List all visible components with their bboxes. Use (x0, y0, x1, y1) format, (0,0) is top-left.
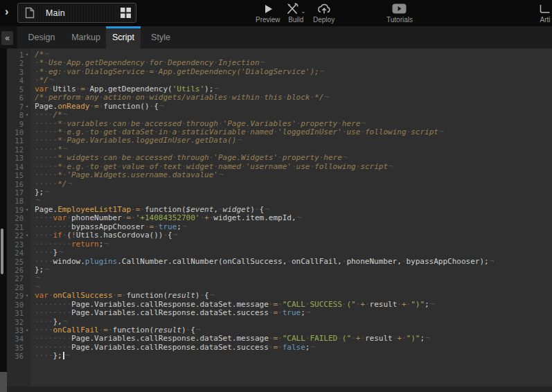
line-number: 1 (7, 51, 24, 59)
fold-toggle-icon (24, 318, 30, 326)
gutter-cell: 36 (7, 352, 30, 360)
fold-toggle-icon (24, 335, 30, 343)
code-lines: 1▾/*¬2·*·Use·App.getDependency·for·Depen… (7, 51, 552, 361)
gutter-cell: 14 (7, 163, 30, 171)
artifacts-button[interactable]: Arti (540, 2, 551, 24)
gutter-cell: 4 (7, 76, 30, 84)
code-line-text: ········Page.Variables.callResponse.data… (30, 309, 310, 317)
gutter-cell: 13 (7, 154, 30, 162)
code-line: 25····window.plugins.CallNumber.callNumb… (7, 258, 552, 266)
gutter-cell: 28 (7, 283, 30, 292)
tutorials-button[interactable]: Tutorials (386, 2, 413, 24)
horizontal-scrollbar-track (7, 386, 552, 392)
fold-toggle-icon[interactable]: ▾ (24, 206, 30, 214)
tab-list: Design Markup Script Style (17, 26, 181, 48)
fold-toggle-icon[interactable]: ▾ (24, 103, 30, 111)
gutter-cell: 34 (7, 335, 30, 343)
fold-toggle-icon[interactable]: ▾ (24, 326, 30, 335)
gutter-cell: 11 (7, 136, 30, 145)
gutter-cell: 20 (7, 214, 30, 222)
fold-toggle-icon (24, 76, 30, 84)
build-dropdown-chevron-icon[interactable]: ⌄ (301, 8, 306, 15)
left-panel-bottom-handle[interactable] (0, 372, 7, 392)
preview-button[interactable]: Preview (256, 2, 281, 24)
fold-toggle-icon[interactable]: ▾ (24, 111, 30, 119)
line-number: 13 (7, 154, 24, 162)
gutter-cell: 18 (7, 197, 30, 205)
line-number: 32 (7, 318, 24, 326)
gutter-cell: 29▾ (7, 292, 30, 300)
fold-toggle-icon[interactable]: ▾ (24, 292, 30, 300)
fold-toggle-icon (24, 120, 30, 128)
fold-toggle-icon (24, 68, 30, 76)
gutter-cell: 12 (7, 145, 30, 154)
tutorials-video-icon (392, 2, 407, 15)
line-number: 33 (7, 326, 24, 335)
line-number: 22 (7, 231, 24, 240)
gutter-cell: 19▾ (7, 206, 30, 214)
line-number: 20 (7, 214, 24, 222)
current-page-name: Main (42, 8, 115, 18)
code-line-text: ·*·eg:·var·DialogService·=·App.getDepend… (30, 68, 324, 76)
deploy-cloud-upload-icon (317, 2, 332, 15)
gutter-cell: 27 (7, 274, 30, 283)
line-number: 12 (7, 145, 24, 154)
fold-toggle-icon (24, 145, 30, 154)
left-panel-scrollbar-thumb[interactable] (1, 229, 3, 274)
line-number: 28 (7, 283, 24, 292)
code-line-text: ·····*·Page.Variables.loggedInUser.getDa… (30, 136, 242, 145)
app-window: › Main Preview (0, 0, 552, 392)
gutter-cell: 21 (7, 223, 30, 231)
code-line: 31········Page.Variables.callResponse.da… (7, 309, 552, 317)
tab-markup[interactable]: Markup (66, 26, 106, 48)
fold-toggle-icon (24, 274, 30, 283)
line-number: 2 (7, 59, 24, 67)
deploy-button[interactable]: Deploy (313, 2, 335, 24)
line-number: 23 (7, 240, 24, 249)
line-number: 15 (7, 171, 24, 179)
fold-toggle-icon (24, 240, 30, 249)
script-code-editor[interactable]: 1▾/*¬2·*·Use·App.getDependency·for·Depen… (7, 48, 552, 392)
artifacts-box-icon (540, 2, 551, 15)
fold-toggle-icon[interactable]: ▾ (24, 51, 30, 59)
fold-toggle-icon (24, 154, 30, 162)
code-line: 17};¬ (7, 188, 552, 197)
preview-play-icon (262, 2, 274, 15)
fold-toggle-icon (24, 344, 30, 352)
code-line: 3·*·eg:·var·DialogService·=·App.getDepen… (7, 68, 552, 76)
line-number: 27 (7, 274, 24, 283)
gutter-cell: 35 (7, 344, 30, 352)
fold-toggle-icon[interactable]: ▾ (24, 231, 30, 240)
line-number: 18 (7, 197, 24, 205)
page-selector[interactable]: Main (17, 3, 136, 23)
code-line: 11·····*·Page.Variables.loggedInUser.get… (7, 136, 552, 145)
tab-script[interactable]: Script (106, 26, 141, 48)
code-line-text: ¬ (30, 274, 40, 283)
pages-grid-icon[interactable] (115, 8, 136, 18)
line-number: 5 (7, 85, 24, 93)
line-number: 6 (7, 93, 24, 102)
line-number: 17 (7, 188, 24, 197)
fold-toggle-icon (24, 171, 30, 179)
build-button[interactable]: ⌄ Build (286, 2, 306, 24)
collapse-panel-button[interactable]: « (1, 31, 13, 45)
expand-sidebar-chevron-icon[interactable]: › (5, 6, 8, 18)
tab-design[interactable]: Design (17, 26, 66, 48)
line-number: 11 (7, 136, 24, 145)
gutter-cell: 30 (7, 301, 30, 309)
line-number: 21 (7, 223, 24, 231)
gutter-cell: 8▾ (7, 111, 30, 119)
gutter-cell: 7▾ (7, 103, 30, 111)
line-number: 19 (7, 206, 24, 214)
line-number: 25 (7, 258, 24, 266)
tab-style[interactable]: Style (141, 26, 181, 48)
page-file-icon (18, 7, 42, 19)
code-line: 36····};¬ (7, 352, 552, 360)
code-line-text: ····window.plugins.CallNumber.callNumber… (30, 258, 494, 266)
line-number: 34 (7, 335, 24, 343)
fold-toggle-icon (24, 223, 30, 231)
gutter-cell: 26 (7, 266, 30, 274)
line-number: 10 (7, 128, 24, 136)
gutter-cell: 2 (7, 59, 30, 67)
code-line: 16·····*/¬ (7, 180, 552, 188)
